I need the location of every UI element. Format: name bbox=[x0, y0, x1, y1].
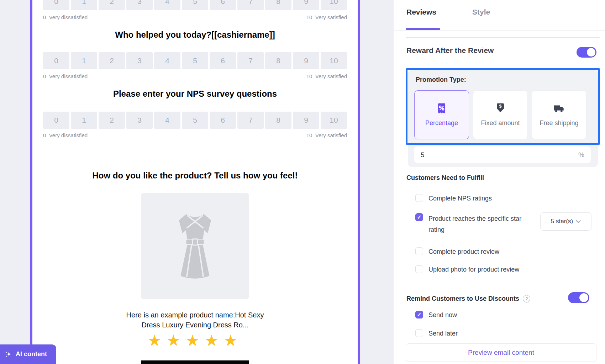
checkbox-label: Product reaches the specific star rating bbox=[428, 213, 535, 235]
tab-style[interactable]: Style bbox=[472, 8, 490, 16]
nps-scale-cell[interactable]: 6 bbox=[210, 0, 236, 10]
promotion-option-label: Percentage bbox=[425, 119, 458, 128]
nps-scale-cell[interactable]: 7 bbox=[237, 112, 264, 129]
nps-scale-cell[interactable]: 0 bbox=[43, 52, 69, 69]
remind-heading: Remind Customers to Use Discounts bbox=[406, 295, 519, 303]
nps-scale-cell[interactable]: 4 bbox=[154, 0, 180, 10]
promotion-option-percentage[interactable]: Percentage bbox=[414, 90, 469, 139]
nps-scale-cell[interactable]: 3 bbox=[126, 112, 153, 129]
nps-scale-cell[interactable]: 10 bbox=[321, 112, 347, 129]
toggle-knob bbox=[579, 293, 588, 302]
scale-label-low: 0–Very dissatisfied bbox=[43, 132, 88, 138]
checkbox-unchecked[interactable] bbox=[415, 265, 423, 273]
nps-scale-cell[interactable]: 2 bbox=[99, 0, 125, 10]
checkbox-upload-photo[interactable]: Upload photo for product review bbox=[415, 265, 519, 274]
dress-icon bbox=[168, 212, 222, 281]
nps-scale-cell[interactable]: 2 bbox=[99, 112, 125, 129]
nps-scale-row: 012345678910 bbox=[43, 112, 347, 129]
checkbox-unchecked[interactable] bbox=[415, 247, 423, 255]
fulfill-heading: Customers Need to Fulfill bbox=[406, 174, 484, 182]
active-tab-underline bbox=[406, 28, 440, 30]
nps-scale-cell[interactable]: 0 bbox=[43, 0, 69, 10]
star-rating-dropdown[interactable]: 5 star(s) bbox=[540, 212, 591, 231]
question-nps-heading: Please enter your NPS survey questions bbox=[43, 89, 347, 99]
nps-scale-row: 012345678910 bbox=[43, 52, 347, 69]
app-screen: 012345678910 0–Very dissatisfied 10–Very… bbox=[0, 0, 605, 364]
nps-scale-cell[interactable]: 8 bbox=[265, 0, 291, 10]
checkbox-checked[interactable]: ✓ bbox=[415, 311, 423, 318]
chevron-down-icon bbox=[576, 220, 581, 223]
product-image-placeholder bbox=[141, 193, 249, 299]
scale-label-low: 0–Very dissatisfied bbox=[43, 73, 88, 79]
nps-scale-cell[interactable]: 6 bbox=[210, 52, 236, 69]
ai-content-button[interactable]: AI content bbox=[0, 344, 56, 364]
checkbox-send-now[interactable]: ✓ Send now bbox=[415, 311, 457, 319]
checkbox-star-rating[interactable]: ✓ Product reaches the specific star rati… bbox=[415, 213, 535, 235]
checkbox-complete-review[interactable]: Complete product review bbox=[415, 247, 499, 256]
star-rating[interactable]: ★★★★★ bbox=[43, 333, 347, 348]
remind-toggle[interactable] bbox=[568, 292, 589, 303]
content-divider bbox=[406, 37, 600, 38]
promotion-option-label: Fixed amount bbox=[481, 119, 520, 128]
reward-section-heading: Reward After the Review bbox=[406, 46, 494, 55]
nps-scale-cell[interactable]: 7 bbox=[237, 52, 264, 69]
promotion-option-label: Free shipping bbox=[540, 119, 578, 128]
promotion-options: Percentage $ Fixed amount bbox=[414, 90, 586, 139]
toggle-knob bbox=[587, 48, 595, 57]
nps-scale-cell[interactable]: 4 bbox=[154, 112, 180, 129]
preview-email-button[interactable]: Preview email content bbox=[406, 343, 596, 362]
star-rating-value: 5 star(s) bbox=[551, 218, 573, 225]
promotion-type-label: Promotion Type: bbox=[416, 76, 466, 84]
svg-text:$: $ bbox=[499, 103, 501, 109]
promotion-section: Promotion Type: Percentage bbox=[408, 70, 598, 167]
nps-scale-cell[interactable]: 3 bbox=[126, 0, 153, 10]
nps-scale-cell[interactable]: 1 bbox=[71, 52, 97, 69]
cta-bar-cutoff bbox=[141, 360, 249, 364]
checkbox-complete-nps[interactable]: Complete NPS ratings bbox=[415, 194, 492, 203]
help-icon[interactable]: ? bbox=[523, 295, 530, 303]
product-name-line1: Here is an example product name:Hot Sexy bbox=[43, 310, 347, 320]
scale-label-high: 10–Very satisfied bbox=[306, 73, 347, 79]
checkbox-checked[interactable]: ✓ bbox=[415, 213, 423, 221]
discount-value-field: % bbox=[414, 146, 591, 163]
nps-scale-cell[interactable]: 8 bbox=[265, 112, 291, 129]
nps-scale-cell[interactable]: 2 bbox=[99, 52, 125, 69]
question-product-heading: How do you like the product? Tell us how… bbox=[43, 171, 347, 181]
nps-scale-cell[interactable]: 0 bbox=[43, 112, 69, 129]
nps-scale-cell[interactable]: 8 bbox=[265, 52, 291, 69]
discount-value-input[interactable] bbox=[421, 151, 563, 159]
email-preview-canvas: 012345678910 0–Very dissatisfied 10–Very… bbox=[30, 0, 360, 364]
reward-toggle[interactable] bbox=[577, 47, 596, 58]
nps-scale-cell[interactable]: 4 bbox=[154, 52, 180, 69]
nps-scale-cell[interactable]: 6 bbox=[210, 112, 236, 129]
checkbox-label: Upload photo for product review bbox=[428, 265, 519, 274]
checkbox-send-later[interactable]: Send later bbox=[415, 329, 458, 338]
nps-scale-cell[interactable]: 9 bbox=[293, 112, 319, 129]
checkbox-unchecked[interactable] bbox=[415, 329, 423, 337]
nps-scale-cell[interactable]: 9 bbox=[293, 52, 319, 69]
tabbar-border bbox=[394, 30, 605, 31]
product-name: Here is an example product name:Hot Sexy… bbox=[43, 310, 347, 330]
nps-scale-cell[interactable]: 3 bbox=[126, 52, 153, 69]
settings-panel: Reviews Style Reward After the Review Pr… bbox=[394, 0, 605, 364]
nps-scale-cell[interactable]: 10 bbox=[321, 52, 347, 69]
scale-labels: 0–Very dissatisfied 10–Very satisfied bbox=[43, 14, 347, 20]
promotion-option-fixed-amount[interactable]: $ Fixed amount bbox=[473, 90, 528, 139]
scale-label-high: 10–Very satisfied bbox=[306, 132, 347, 138]
remind-section-header: Remind Customers to Use Discounts ? bbox=[406, 295, 530, 303]
tab-reviews[interactable]: Reviews bbox=[406, 8, 436, 16]
nps-scale-cell[interactable]: 5 bbox=[182, 0, 208, 10]
nps-scale-cell[interactable]: 9 bbox=[293, 0, 319, 10]
percentage-ticket-icon bbox=[436, 102, 448, 114]
scale-label-low: 0–Very dissatisfied bbox=[43, 14, 88, 20]
nps-scale-cell[interactable]: 1 bbox=[71, 0, 97, 10]
nps-scale-cell[interactable]: 5 bbox=[182, 112, 208, 129]
nps-scale-cell[interactable]: 7 bbox=[237, 0, 264, 10]
promotion-option-free-shipping[interactable]: Free shipping bbox=[532, 90, 586, 139]
scale-label-high: 10–Very satisfied bbox=[306, 14, 347, 20]
nps-scale-cell[interactable]: 5 bbox=[182, 52, 208, 69]
nps-scale-cell[interactable]: 1 bbox=[71, 112, 97, 129]
checkbox-unchecked[interactable] bbox=[415, 194, 423, 202]
nps-scale-cell[interactable]: 10 bbox=[321, 0, 347, 10]
section-divider bbox=[43, 157, 347, 157]
